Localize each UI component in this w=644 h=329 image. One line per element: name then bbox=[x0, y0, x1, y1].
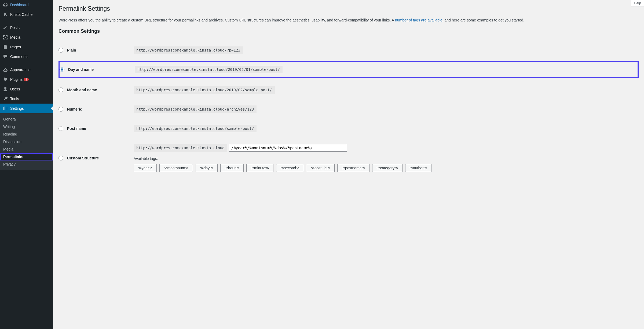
option-label-numeric[interactable]: Numeric bbox=[58, 107, 134, 112]
main-content: Help Permalink Settings WordPress offers… bbox=[53, 0, 644, 329]
sidebar-item-label: Pages bbox=[10, 45, 21, 49]
radio-custom[interactable] bbox=[58, 156, 63, 160]
submenu-item-general[interactable]: General bbox=[0, 115, 53, 123]
example-day-name: http://wordpresscomexample.kinsta.cloud/… bbox=[135, 66, 283, 73]
sidebar-item-comments[interactable]: Comments bbox=[0, 52, 53, 61]
sidebar-item-label: Media bbox=[10, 35, 20, 39]
appearance-icon bbox=[3, 67, 8, 72]
help-tab[interactable]: Help bbox=[631, 0, 644, 6]
example-numeric: http://wordpresscomexample.kinsta.cloud/… bbox=[134, 105, 257, 113]
submenu-item-writing[interactable]: Writing bbox=[0, 123, 53, 130]
option-label-day-name[interactable]: Day and name bbox=[60, 67, 135, 72]
sidebar-item-appearance[interactable]: Appearance bbox=[0, 65, 53, 75]
radio-month-name[interactable] bbox=[58, 87, 63, 92]
sidebar-item-label: Appearance bbox=[10, 68, 31, 72]
sidebar-item-label: Settings bbox=[10, 106, 24, 111]
section-title: Common Settings bbox=[58, 28, 639, 34]
label-text: Day and name bbox=[68, 67, 94, 72]
sidebar-item-users[interactable]: Users bbox=[0, 84, 53, 94]
submenu-item-reading[interactable]: Reading bbox=[0, 130, 53, 138]
available-tags-label: Available tags: bbox=[134, 156, 431, 161]
option-label-custom[interactable]: Custom Structure bbox=[58, 156, 134, 160]
example-post-name: http://wordpresscomexample.kinsta.cloud/… bbox=[134, 125, 257, 132]
tag-minute[interactable]: %minute% bbox=[246, 164, 273, 172]
tags-link[interactable]: number of tags are available bbox=[395, 18, 442, 22]
sidebar-item-label: Dashboard bbox=[10, 3, 29, 7]
update-badge: 1 bbox=[24, 78, 29, 81]
label-text: Numeric bbox=[67, 107, 82, 111]
users-icon bbox=[3, 86, 8, 92]
custom-prefix: http://wordpresscomexample.kinsta.cloud bbox=[134, 144, 227, 152]
available-tags: %year% %monthnum% %day% %hour% %minute% … bbox=[134, 164, 431, 172]
page-title: Permalink Settings bbox=[58, 3, 639, 13]
submenu-item-media[interactable]: Media bbox=[0, 145, 53, 153]
sidebar-item-tools[interactable]: Tools bbox=[0, 94, 53, 104]
option-label-month-name[interactable]: Month and name bbox=[58, 87, 134, 92]
option-month-and-name: Month and name http://wordpresscomexampl… bbox=[58, 86, 639, 94]
plugins-icon bbox=[3, 77, 8, 82]
sidebar-item-label: Comments bbox=[10, 54, 28, 59]
pages-icon bbox=[3, 44, 8, 50]
tag-day[interactable]: %day% bbox=[196, 164, 217, 172]
sidebar-item-label: Tools bbox=[10, 97, 19, 101]
radio-plain[interactable] bbox=[58, 48, 63, 53]
sidebar-item-dashboard[interactable]: Dashboard bbox=[0, 0, 53, 10]
option-custom: Custom Structure http://wordpresscomexam… bbox=[58, 144, 639, 172]
radio-day-name[interactable] bbox=[60, 67, 64, 72]
sidebar-item-label: Posts bbox=[10, 25, 20, 30]
sidebar-item-pages[interactable]: Pages bbox=[0, 42, 53, 52]
sidebar-item-plugins[interactable]: Plugins 1 bbox=[0, 75, 53, 84]
submenu-item-discussion[interactable]: Discussion bbox=[0, 138, 53, 145]
sidebar-item-label: Plugins bbox=[10, 77, 23, 82]
tag-post-id[interactable]: %post_id% bbox=[307, 164, 335, 172]
option-day-and-name: Day and name http://wordpresscomexample.… bbox=[58, 61, 639, 78]
option-plain: Plain http://wordpresscomexample.kinsta.… bbox=[58, 46, 639, 54]
admin-sidebar: Dashboard K Kinsta Cache Posts Media Pag… bbox=[0, 0, 53, 329]
tag-postname[interactable]: %postname% bbox=[337, 164, 369, 172]
tag-hour[interactable]: %hour% bbox=[220, 164, 244, 172]
sidebar-item-label: Users bbox=[10, 87, 20, 91]
tag-year[interactable]: %year% bbox=[134, 164, 157, 172]
radio-numeric[interactable] bbox=[58, 107, 63, 112]
radio-post-name[interactable] bbox=[58, 126, 63, 131]
label-text: Custom Structure bbox=[67, 156, 99, 160]
option-label-post-name[interactable]: Post name bbox=[58, 126, 134, 131]
example-plain: http://wordpresscomexample.kinsta.cloud/… bbox=[134, 46, 243, 54]
label-text: Post name bbox=[67, 126, 86, 131]
option-numeric: Numeric http://wordpresscomexample.kinst… bbox=[58, 105, 639, 113]
settings-submenu: General Writing Reading Discussion Media… bbox=[0, 113, 53, 170]
label-text: Month and name bbox=[67, 88, 97, 92]
dashboard-icon bbox=[3, 2, 8, 8]
sidebar-item-label: Kinsta Cache bbox=[10, 12, 32, 17]
submenu-item-permalinks[interactable]: Permalinks bbox=[0, 153, 53, 160]
sidebar-item-settings[interactable]: Settings bbox=[0, 104, 53, 113]
settings-icon bbox=[3, 106, 8, 111]
pin-icon bbox=[3, 25, 8, 30]
comments-icon bbox=[3, 54, 8, 59]
option-post-name: Post name http://wordpresscomexample.kin… bbox=[58, 125, 639, 132]
tag-author[interactable]: %author% bbox=[405, 164, 432, 172]
sidebar-item-media[interactable]: Media bbox=[0, 32, 53, 42]
submenu-item-privacy[interactable]: Privacy bbox=[0, 160, 53, 168]
tag-monthnum[interactable]: %monthnum% bbox=[159, 164, 193, 172]
example-month-name: http://wordpresscomexample.kinsta.cloud/… bbox=[134, 86, 275, 94]
label-text: Plain bbox=[67, 48, 76, 52]
option-label-plain[interactable]: Plain bbox=[58, 48, 134, 53]
sidebar-item-posts[interactable]: Posts bbox=[0, 23, 53, 32]
tools-icon bbox=[3, 96, 8, 101]
custom-structure-input[interactable] bbox=[229, 144, 347, 152]
sidebar-item-kinsta-cache[interactable]: K Kinsta Cache bbox=[0, 10, 53, 19]
media-icon bbox=[3, 35, 8, 40]
tag-category[interactable]: %category% bbox=[372, 164, 402, 172]
kinsta-icon: K bbox=[3, 12, 8, 17]
page-description: WordPress offers you the ability to crea… bbox=[58, 17, 639, 23]
tag-second[interactable]: %second% bbox=[276, 164, 304, 172]
